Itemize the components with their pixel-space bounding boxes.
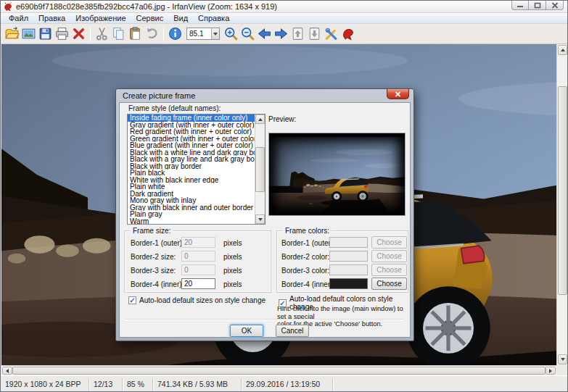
border2-color-label: Border-2 color:: [281, 253, 329, 261]
settings-icon[interactable]: [324, 26, 339, 41]
border4-choose-button[interactable]: Choose: [371, 278, 407, 290]
list-item[interactable]: Mono gray with inlay: [128, 197, 265, 204]
border3-size-input[interactable]: [181, 264, 215, 275]
statusbar: 1920 x 1080 x 24 BPP 12/13 85 % 741.34 K…: [1, 375, 567, 392]
listbox-scroll-thumb[interactable]: [255, 147, 265, 192]
list-item[interactable]: Red gradient (with inner + outer color): [128, 128, 265, 135]
dialog-close-button[interactable]: [387, 89, 409, 99]
ok-button[interactable]: OK: [230, 325, 263, 337]
menu-file[interactable]: Файл: [4, 13, 33, 24]
next-image-icon[interactable]: [273, 26, 289, 41]
titlebar[interactable]: e690b9f7188c028e385fb292bcc47a06.jpg - I…: [1, 1, 567, 13]
preview-label: Preview:: [268, 115, 296, 123]
autoload-sizes-label: Auto-load default sizes on style change: [139, 296, 266, 304]
listbox-scrollbar[interactable]: [255, 114, 265, 224]
zoom-combobox[interactable]: 85.1: [186, 28, 220, 40]
status-zoom-percent: 85 %: [123, 378, 153, 391]
status-file-index: 12/13: [89, 378, 123, 391]
toolbar: 85.1: [1, 24, 567, 44]
cut-icon[interactable]: [94, 26, 110, 41]
zoom-in-icon[interactable]: [223, 26, 239, 41]
scrollbar-corner: [556, 365, 568, 375]
status-file-size: 741.34 KB / 5.93 MB: [153, 378, 242, 391]
list-item[interactable]: Plain black: [128, 170, 265, 177]
list-item[interactable]: Dark gradient: [128, 191, 265, 198]
info-icon[interactable]: [168, 26, 183, 41]
menu-options[interactable]: Сервис: [131, 13, 169, 24]
scroll-up-button[interactable]: [558, 45, 567, 55]
hint-line-1: Hint: click into the image (main window)…: [277, 305, 413, 320]
create-picture-frame-dialog: Create picture frame Frame style (defaul…: [115, 88, 414, 341]
list-item[interactable]: Green gradient (with inner + outer color…: [128, 135, 265, 143]
horizontal-scroll-thumb[interactable]: [12, 367, 546, 375]
minimize-button[interactable]: [511, 1, 529, 10]
vertical-scrollbar[interactable]: [556, 44, 568, 365]
list-item[interactable]: Black with a white line and dark gray bo…: [128, 149, 265, 157]
paste-icon[interactable]: [128, 26, 143, 41]
menu-help[interactable]: Справка: [193, 13, 234, 24]
frame-style-label: Frame style (default names):: [128, 104, 221, 112]
irfanview-window: e690b9f7188c028e385fb292bcc47a06.jpg - I…: [0, 0, 568, 392]
scroll-right-button[interactable]: [546, 367, 556, 375]
border3-choose-button[interactable]: Choose: [371, 264, 407, 276]
border2-color-swatch: [329, 251, 368, 262]
listbox-scroll-down[interactable]: [255, 214, 265, 224]
list-item[interactable]: Plain white: [128, 183, 265, 191]
page-down-icon[interactable]: [307, 26, 322, 41]
list-item[interactable]: Gray with black inner and outer border: [128, 204, 265, 212]
footer-divider: [125, 319, 404, 320]
list-item[interactable]: Plain gray: [128, 211, 265, 218]
delete-icon[interactable]: [71, 26, 86, 41]
undo-icon[interactable]: [144, 26, 160, 41]
frame-style-listbox[interactable]: Inside fading frame (inner color only) G…: [127, 114, 266, 225]
list-item[interactable]: Black with gray border: [128, 163, 265, 170]
print-icon[interactable]: [54, 26, 70, 41]
vertical-scroll-thumb[interactable]: [558, 86, 567, 295]
border1-choose-button[interactable]: Choose: [371, 236, 407, 249]
menu-edit[interactable]: Правка: [33, 13, 70, 24]
open-folder-icon[interactable]: [4, 26, 20, 41]
cancel-button[interactable]: Cancel: [276, 325, 309, 337]
zoom-dropdown-arrow[interactable]: [211, 28, 219, 39]
list-item[interactable]: Blue gradient (with inner + outer color): [128, 142, 265, 149]
scroll-down-button[interactable]: [558, 354, 567, 364]
save-icon[interactable]: [38, 26, 53, 41]
previous-image-icon[interactable]: [257, 26, 272, 41]
inside-fading-frame-effect: [269, 133, 405, 215]
status-dimensions: 1920 x 1080 x 24 BPP: [1, 378, 89, 391]
frame-size-group: Frame size: Border-1 (outer) size: pixel…: [124, 230, 271, 293]
dialog-titlebar[interactable]: Create picture frame: [116, 89, 413, 102]
border3-color-swatch: [329, 264, 368, 275]
maximize-button[interactable]: [529, 1, 546, 10]
border3-size-label: Border-3 size:: [131, 267, 176, 275]
exit-icon[interactable]: [340, 26, 355, 41]
menu-view[interactable]: Вид: [168, 13, 193, 24]
border2-size-input[interactable]: [181, 251, 215, 262]
dialog-title: Create picture frame: [123, 91, 195, 100]
frame-colors-legend: Frame colors:: [283, 227, 332, 235]
zoom-out-icon[interactable]: [240, 26, 255, 41]
list-item[interactable]: Black with a gray line and dark gray bor…: [128, 156, 265, 163]
border4-size-input[interactable]: [181, 278, 215, 289]
horizontal-scrollbar[interactable]: [1, 365, 556, 375]
menu-image[interactable]: Изображение: [70, 13, 131, 24]
close-button[interactable]: [546, 1, 564, 10]
scroll-left-button[interactable]: [2, 367, 12, 375]
border2-choose-button[interactable]: Choose: [371, 250, 407, 262]
listbox-scroll-up[interactable]: [255, 114, 265, 124]
thumbnails-icon[interactable]: [21, 26, 36, 41]
pixels-unit: pixels: [223, 267, 242, 275]
border1-size-input[interactable]: [181, 237, 215, 248]
autoload-sizes-checkbox[interactable]: ✓ Auto-load default sizes on style chang…: [128, 296, 266, 304]
border1-color-swatch: [329, 237, 368, 248]
list-item[interactable]: White with black inner edge: [128, 177, 265, 184]
menubar: Файл Правка Изображение Сервис Вид Справ…: [1, 13, 567, 24]
pixels-unit: pixels: [223, 253, 242, 261]
maximize-icon: [534, 2, 541, 9]
list-item[interactable]: Warm: [128, 218, 265, 225]
close-icon: [551, 2, 559, 9]
list-item[interactable]: Inside fading frame (inner color only): [128, 114, 265, 122]
copy-icon[interactable]: [111, 26, 126, 41]
page-up-icon[interactable]: [290, 26, 305, 41]
list-item[interactable]: Gray gradient (with inner + outer color): [128, 122, 265, 129]
